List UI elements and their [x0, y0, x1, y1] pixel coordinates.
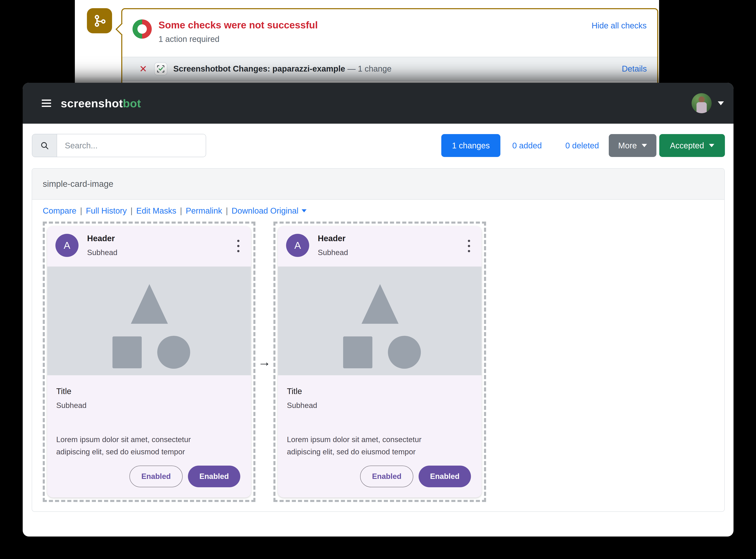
check-count: 1 change [358, 64, 392, 73]
check-dash: — [345, 64, 358, 73]
report-card-header: simple-card-image [32, 169, 724, 200]
nav-right [692, 93, 724, 113]
search-prepend [32, 134, 57, 157]
material-card: A Header Subhead [278, 226, 481, 497]
checks-status-subtitle: 1 action required [158, 35, 318, 44]
kebab-menu-icon [468, 239, 470, 252]
screenshot-after[interactable]: A Header Subhead [274, 222, 486, 502]
hide-all-checks-link[interactable]: Hide all checks [591, 21, 647, 30]
accepted-button[interactable]: Accepted [659, 134, 725, 157]
git-branch-glyph [92, 13, 107, 29]
card-header-text: Header Subhead [87, 234, 117, 257]
link-separator: | [127, 206, 136, 216]
avatar[interactable] [692, 93, 712, 113]
enabled-outlined-button: Enabled [360, 466, 413, 487]
checks-header: Some checks were not successful 1 action… [122, 9, 657, 57]
logo[interactable]: screenshotbot [61, 97, 141, 110]
screenshotbot-check-icon [154, 62, 167, 75]
added-link[interactable]: 0 added [512, 141, 542, 150]
toolbar: 1 changes 0 added 0 deleted More Accepte… [23, 124, 734, 157]
square-shape [112, 336, 142, 368]
more-button-label: More [618, 141, 637, 150]
logo-primary: screenshot [61, 97, 123, 110]
compare-link[interactable]: Compare [43, 206, 77, 216]
search-icon [40, 141, 49, 150]
report-card-body: Compare | Full History | Edit Masks | Pe… [32, 200, 724, 511]
card-media-placeholder [278, 267, 481, 375]
card-body-line1: Lorem ipsum dolor sit amet, consectetur [56, 433, 242, 446]
changes-button[interactable]: 1 changes [441, 134, 500, 157]
circle-shape [157, 336, 190, 369]
screenshot-name: simple-card-image [43, 179, 113, 189]
card-text-section: Title Subhead Lorem ipsum dolor sit amet… [56, 387, 242, 458]
permalink-link[interactable]: Permalink [186, 206, 222, 216]
enabled-filled-button: Enabled [188, 466, 240, 487]
caret-down-icon [642, 144, 647, 147]
checks-panel: Some checks were not successful 1 action… [121, 8, 658, 90]
link-separator: | [77, 206, 86, 216]
triangle-shape [131, 284, 168, 324]
enabled-filled-button: Enabled [418, 466, 471, 487]
link-separator: | [222, 206, 232, 216]
circle-shape [388, 336, 421, 369]
card-title-subhead: Subhead [56, 401, 242, 410]
card-actions: Enabled Enabled [360, 466, 471, 487]
download-original-link[interactable]: Download Original [232, 206, 299, 216]
accepted-button-label: Accepted [670, 141, 704, 150]
letter-avatar: A [286, 234, 309, 257]
card-actions: Enabled Enabled [129, 466, 240, 487]
card-header-title: Header [318, 234, 348, 243]
toolbar-right: 1 changes 0 added 0 deleted More Accepte… [441, 134, 725, 157]
more-button[interactable]: More [609, 134, 656, 157]
deleted-link[interactable]: 0 deleted [565, 141, 599, 150]
git-commit-icon [87, 8, 112, 33]
card-title: Title [287, 387, 473, 396]
card-body-line2: adipiscing elit, sed do eiusmod tempor [287, 446, 473, 458]
screenshot-before[interactable]: A Header Subhead [43, 222, 255, 502]
report-links-row: Compare | Full History | Edit Masks | Pe… [43, 206, 714, 216]
enabled-outlined-button: Enabled [129, 466, 182, 487]
card-header-section: A Header Subhead [47, 226, 251, 257]
card-body-line2: adipiscing elit, sed do eiusmod tempor [56, 446, 242, 458]
hamburger-menu-icon[interactable] [42, 99, 51, 107]
caret-down-icon[interactable] [718, 102, 724, 105]
status-text: Some checks were not successful 1 action… [158, 19, 318, 44]
screenshotbot-window: screenshotbot 1 changes 0 added [23, 83, 734, 537]
material-card: A Header Subhead [47, 226, 251, 497]
card-body-text: Lorem ipsum dolor sit amet, consectetur … [287, 433, 473, 458]
comparison-row: A Header Subhead [43, 222, 714, 502]
status-donut-icon [132, 19, 152, 39]
arrow-right-icon: → [255, 354, 274, 369]
card-header-subhead: Subhead [87, 248, 117, 257]
card-title: Title [56, 387, 242, 396]
edit-masks-link[interactable]: Edit Masks [136, 206, 176, 216]
link-separator: | [176, 206, 186, 216]
report-card: simple-card-image Compare | Full History… [32, 168, 725, 512]
letter-avatar: A [56, 234, 79, 257]
caret-down-icon [709, 144, 714, 147]
check-name: Screenshotbot Changes: paparazzi-example [173, 64, 345, 73]
card-text-section: Title Subhead Lorem ipsum dolor sit amet… [287, 387, 473, 458]
card-header-text: Header Subhead [318, 234, 348, 257]
details-link[interactable]: Details [622, 64, 647, 73]
full-history-link[interactable]: Full History [86, 206, 127, 216]
caret-down-icon [302, 209, 306, 213]
card-title-subhead: Subhead [287, 401, 473, 410]
kebab-menu-icon [237, 239, 239, 252]
checks-status-title: Some checks were not successful [158, 19, 318, 31]
search-input[interactable] [57, 134, 206, 157]
triangle-shape [362, 284, 398, 324]
page: Some checks were not successful 1 action… [0, 0, 756, 559]
search-group [32, 134, 206, 157]
card-body-text: Lorem ipsum dolor sit amet, consectetur … [56, 433, 242, 458]
square-shape [343, 336, 372, 368]
fail-x-icon: ✕ [139, 64, 147, 73]
card-header-subhead: Subhead [318, 248, 348, 257]
check-row: ✕ Screenshotbot Changes: paparazzi-examp… [122, 57, 657, 81]
card-media-placeholder [47, 267, 251, 375]
navbar: screenshotbot [23, 83, 734, 124]
logo-accent: bot [123, 97, 141, 110]
card-body-line1: Lorem ipsum dolor sit amet, consectetur [287, 433, 473, 446]
viewfinder-check-glyph [156, 65, 165, 73]
card-header-section: A Header Subhead [278, 226, 481, 257]
